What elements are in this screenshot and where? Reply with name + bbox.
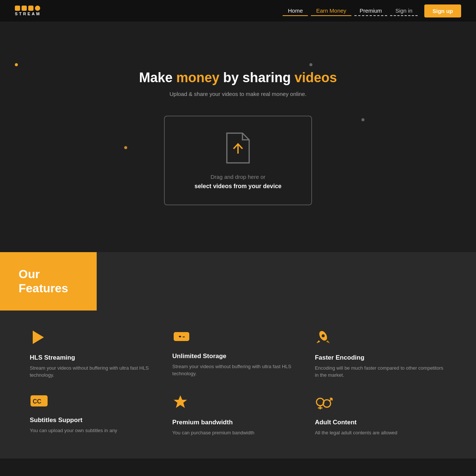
hero-title-videos: videos	[295, 70, 337, 85]
logo: STREAM	[15, 6, 41, 16]
hero-dot-grey-top	[309, 63, 312, 66]
feature-subtitles-desc: You can upload your own subtitles in any	[30, 427, 161, 434]
svg-marker-7	[316, 340, 320, 343]
feature-adult-title: Adult Content	[315, 419, 446, 426]
navbar: STREAM Home Earn Money Premium Sign in S…	[0, 0, 476, 22]
feature-adult-desc: All the legal adult contents are allowed	[315, 429, 446, 437]
feature-subtitles-title: Subtitles Support	[30, 416, 161, 424]
rocket-icon	[315, 329, 446, 349]
upload-dropzone[interactable]: Drag and drop here or select videos from…	[164, 116, 312, 205]
feature-encoding: Faster Encoding Encoding will be much fa…	[315, 329, 446, 379]
feature-adult: Adult Content All the legal adult conten…	[315, 394, 446, 437]
features-title-box: Our Features	[0, 252, 97, 311]
hero-title-prefix: Make	[139, 70, 176, 85]
svg-rect-3	[179, 336, 181, 337]
nav-premium[interactable]: Premium	[354, 6, 387, 16]
feature-encoding-desc: Encoding will be much faster compared to…	[315, 364, 446, 379]
logo-dot-1	[15, 6, 20, 11]
feature-bandwidth: Premium bandwidth You can purchase premi…	[172, 394, 303, 437]
hero-dot-orange-left	[15, 63, 18, 66]
svg-text:CC: CC	[33, 398, 42, 405]
upload-icon	[223, 131, 253, 166]
feature-bandwidth-desc: You can purchase premium bandwidth	[172, 429, 303, 437]
svg-marker-8	[326, 340, 330, 343]
logo-dots	[15, 6, 40, 11]
logo-dot-2	[22, 6, 27, 11]
logo-text: STREAM	[15, 12, 41, 16]
play-icon	[30, 329, 161, 349]
hero-dot-grey-right	[361, 118, 364, 121]
feature-hls-title: HLS Streaming	[30, 354, 161, 361]
upload-hint: Drag and drop here or	[210, 174, 266, 180]
hero-title: Make money by sharing videos	[139, 70, 337, 86]
feature-storage: Unlimited Storage Stream your videos wit…	[172, 329, 303, 379]
svg-point-6	[322, 334, 325, 337]
cc-icon: CC	[30, 394, 161, 411]
svg-marker-11	[174, 395, 187, 408]
feature-hls-desc: Stream your videos without buffering wit…	[30, 364, 161, 379]
feature-encoding-title: Faster Encoding	[315, 354, 446, 361]
storage-icon	[172, 329, 303, 347]
features-grid: HLS Streaming Stream your videos without…	[0, 329, 476, 437]
logo-dot-3	[28, 6, 33, 11]
hero-dot-brown	[124, 146, 127, 149]
signup-button[interactable]: Sign up	[424, 4, 461, 17]
nav-sign-in[interactable]: Sign in	[390, 6, 418, 16]
feature-hls-streaming: HLS Streaming Stream your videos without…	[30, 329, 161, 379]
hero-title-middle: by sharing	[219, 70, 295, 85]
feature-bandwidth-title: Premium bandwidth	[172, 419, 303, 426]
hero-subtitle: Upload & share your videos to make real …	[170, 91, 307, 97]
logo-dot-4	[35, 6, 40, 11]
upload-select: select videos from your device	[194, 183, 282, 190]
svg-marker-1	[33, 331, 44, 344]
star-icon	[172, 394, 303, 414]
nav-earn-money[interactable]: Earn Money	[311, 6, 351, 16]
feature-storage-desc: Stream your videos without buffering wit…	[172, 363, 303, 377]
svg-rect-2	[174, 332, 189, 341]
feature-subtitles: CC Subtitles Support You can upload your…	[30, 394, 161, 437]
features-section: Our Features HLS Streaming Stream your v…	[0, 252, 476, 459]
nav-home[interactable]: Home	[283, 6, 308, 16]
gender-icon	[315, 394, 446, 414]
feature-storage-title: Unlimited Storage	[172, 353, 303, 360]
hero-section: Make money by sharing videos Upload & sh…	[0, 22, 476, 252]
features-title: Our Features	[19, 267, 78, 296]
nav-links: Home Earn Money Premium Sign in Sign up	[283, 4, 461, 17]
hero-title-money: money	[176, 70, 219, 85]
svg-rect-4	[183, 337, 185, 337]
features-header: Our Features	[0, 252, 476, 311]
